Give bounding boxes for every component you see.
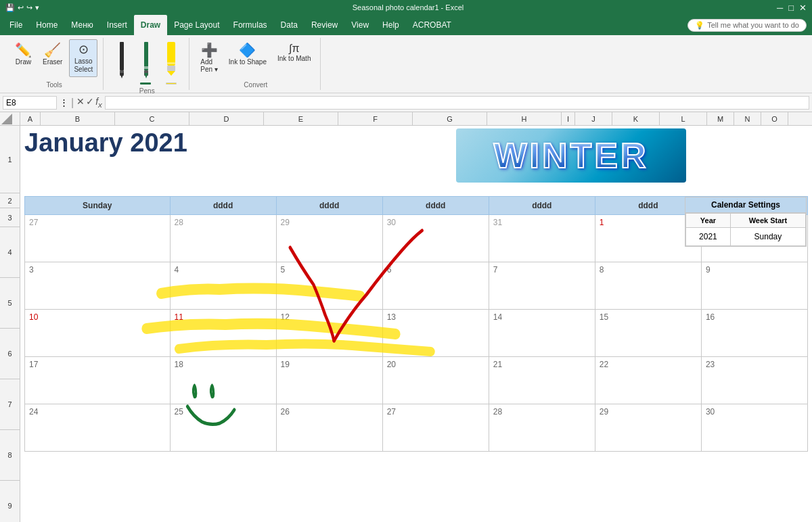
select-all-icon[interactable]	[0, 112, 14, 124]
cal-cell-w2-tue[interactable]: 5	[276, 262, 382, 310]
cal-cell-w1-tue[interactable]: 29	[276, 215, 382, 262]
yellow-highlighter-button[interactable]	[159, 39, 183, 86]
cal-cell-w5-thu[interactable]: 28	[489, 404, 595, 452]
lasso-select-button[interactable]: ⊙ LassoSelect	[69, 39, 97, 77]
cal-cell-w4-thu[interactable]: 21	[489, 357, 595, 404]
tell-me-bar[interactable]: 💡 Tell me what you want to do	[687, 19, 807, 32]
tab-file[interactable]: File	[3, 15, 29, 35]
col-header-F[interactable]: F	[338, 112, 413, 125]
redo-icon[interactable]: ↪	[26, 3, 32, 12]
cal-cell-w5-mon[interactable]: 25	[170, 404, 276, 452]
formula-input[interactable]	[105, 96, 809, 110]
tab-insert[interactable]: Insert	[100, 15, 134, 35]
tab-acrobat[interactable]: ACROBAT	[406, 15, 458, 35]
cal-cell-w3-thu[interactable]: 14	[489, 310, 595, 357]
tab-home[interactable]: Home	[29, 15, 64, 35]
tab-draw[interactable]: Draw	[134, 15, 167, 35]
col-header-I[interactable]: I	[562, 112, 575, 125]
ink-to-shape-button[interactable]: 🔷 Ink to Shape	[225, 39, 271, 68]
cal-cell-w2-mon[interactable]: 4	[170, 262, 276, 310]
col-header-D[interactable]: D	[189, 112, 264, 125]
cal-cell-w3-mon[interactable]: 11	[170, 310, 276, 357]
maximize-button[interactable]: □	[788, 3, 794, 13]
col-header-C[interactable]: C	[115, 112, 189, 125]
cal-cell-w2-thu[interactable]: 7	[489, 262, 595, 310]
tab-page-layout[interactable]: Page Layout	[167, 15, 226, 35]
formula-bar-options-icon[interactable]: ⋮	[60, 97, 68, 108]
svg-rect-8	[167, 66, 175, 71]
svg-rect-0	[120, 42, 124, 70]
tab-formulas[interactable]: Formulas	[227, 15, 274, 35]
formula-bar: ⋮ | ✕ ✓ fx	[0, 93, 812, 112]
cal-cell-w1-mon[interactable]: 28	[170, 215, 276, 262]
col-header-B[interactable]: B	[41, 112, 115, 125]
calendar-title: January 2021	[24, 128, 187, 158]
cal-cell-w3-wed[interactable]: 13	[382, 310, 489, 357]
cal-cell-w4-wed[interactable]: 20	[382, 357, 489, 404]
cal-cell-w3-sat[interactable]: 16	[701, 310, 807, 357]
cal-cell-w1-thu[interactable]: 31	[489, 215, 595, 262]
eraser-button[interactable]: 🧹 Eraser	[39, 39, 66, 68]
confirm-formula-button[interactable]: ✓	[86, 96, 94, 109]
row-header-9[interactable]: 9	[0, 481, 20, 522]
lasso-icon: ⊙	[78, 43, 89, 57]
cal-cell-w4-sat[interactable]: 23	[701, 357, 807, 404]
col-header-J[interactable]: J	[575, 112, 612, 125]
cal-cell-w1-wed[interactable]: 30	[382, 215, 489, 262]
black-pen-button[interactable]	[110, 39, 132, 82]
cal-cell-w2-sat[interactable]: 9	[701, 262, 807, 310]
name-box[interactable]	[3, 96, 57, 110]
col-header-H[interactable]: H	[487, 112, 562, 125]
cal-cell-w2-wed[interactable]: 6	[382, 262, 489, 310]
close-button[interactable]: ✕	[799, 3, 807, 13]
minimize-button[interactable]: ─	[777, 3, 783, 13]
row-header-7[interactable]: 7	[0, 379, 20, 430]
draw-button[interactable]: ✏️ Draw	[11, 39, 36, 68]
cal-cell-w2-sun[interactable]: 3	[25, 262, 171, 310]
cal-cell-w3-tue[interactable]: 12	[276, 310, 382, 357]
tab-review[interactable]: Review	[304, 15, 344, 35]
insert-function-button[interactable]: fx	[95, 96, 102, 109]
row-header-3[interactable]: 3	[0, 208, 20, 227]
col-header-O[interactable]: O	[761, 112, 788, 125]
settings-val-year[interactable]: 2021	[686, 228, 731, 246]
cal-cell-w4-mon[interactable]: 18	[170, 357, 276, 404]
row-header-6[interactable]: 6	[0, 329, 20, 379]
row-header-8[interactable]: 8	[0, 430, 20, 481]
cal-cell-w5-sun[interactable]: 24	[25, 404, 171, 452]
row-header-4[interactable]: 4	[0, 227, 20, 278]
cal-cell-w5-sat[interactable]: 30	[701, 404, 807, 452]
col-header-M[interactable]: M	[707, 112, 734, 125]
tab-view[interactable]: View	[344, 15, 376, 35]
cancel-formula-button[interactable]: ✕	[76, 96, 85, 109]
green-pen-button[interactable]	[135, 39, 156, 86]
row-header-5[interactable]: 5	[0, 278, 20, 329]
col-header-L[interactable]: L	[660, 112, 707, 125]
cal-cell-w2-fri[interactable]: 8	[595, 262, 701, 310]
add-pen-button[interactable]: ➕ AddPen ▾	[196, 39, 222, 76]
col-header-A[interactable]: A	[20, 112, 41, 125]
col-header-G[interactable]: G	[413, 112, 487, 125]
cal-cell-w5-fri[interactable]: 29	[595, 404, 701, 452]
undo-icon[interactable]: ↩	[18, 3, 24, 12]
cal-cell-w4-sun[interactable]: 17	[25, 357, 171, 404]
ink-to-math-button[interactable]: ∫π Ink to Math	[273, 39, 315, 65]
cal-cell-w4-tue[interactable]: 19	[276, 357, 382, 404]
tab-data[interactable]: Data	[274, 15, 304, 35]
col-header-E[interactable]: E	[264, 112, 338, 125]
cal-cell-w3-fri[interactable]: 15	[595, 310, 701, 357]
cal-cell-w3-sun[interactable]: 10	[25, 310, 171, 357]
tell-me-text: Tell me what you want to do	[707, 21, 799, 29]
settings-val-weekstart[interactable]: Sunday	[730, 228, 805, 246]
cal-cell-w5-tue[interactable]: 26	[276, 404, 382, 452]
ribbon-content: ✏️ Draw 🧹 Eraser ⊙ LassoSelect Tools	[0, 35, 812, 93]
col-header-K[interactable]: K	[612, 112, 660, 125]
cal-cell-w1-sun[interactable]: 27	[25, 215, 171, 262]
row-header-1[interactable]: 1	[0, 126, 20, 193]
tab-menu[interactable]: Меню	[64, 15, 99, 35]
row-header-2[interactable]: 2	[0, 193, 20, 208]
cal-cell-w5-wed[interactable]: 27	[382, 404, 489, 452]
col-header-N[interactable]: N	[734, 112, 761, 125]
tab-help[interactable]: Help	[376, 15, 406, 35]
cal-cell-w4-fri[interactable]: 22	[595, 357, 701, 404]
